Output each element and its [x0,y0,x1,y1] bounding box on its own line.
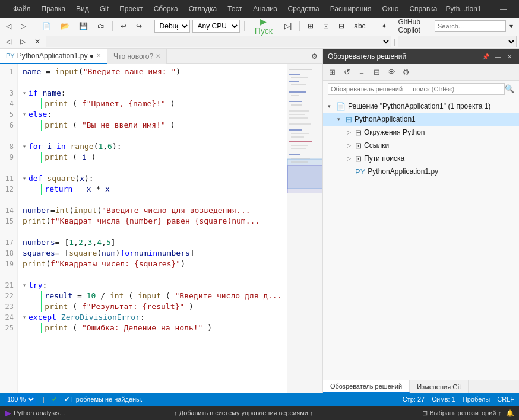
start-button[interactable]: ▶ Пуск [248,15,279,37]
solution-search-button[interactable]: 🔍 [505,84,514,93]
menu-extensions[interactable]: Расширения [325,4,376,14]
toolbar-btn2[interactable]: ⊡ [319,21,333,31]
tab-python-file[interactable]: PY PythonApplication1.py ● ✕ [0,49,107,64]
menu-test[interactable]: Тест [223,4,247,14]
tab-settings-button[interactable]: ⚙ [306,52,322,61]
main-toolbar: ◁ ▷ 📄 📂 💾 🗂 ↩ ↪ Debug Any CPU ▶ Пуск ▷| … [0,18,519,34]
redo-button[interactable]: ↪ [132,21,145,31]
code-line-23: print ( f"Результат: {result}" ) [23,301,282,312]
minimize-button[interactable]: — [490,0,517,18]
forward-button[interactable]: ▷ [17,21,30,31]
sol-refresh-button[interactable]: ↺ [340,66,353,79]
ref-icon: ⊡ [355,141,362,150]
menu-help[interactable]: Справка [404,4,442,14]
code-editor[interactable]: name = input ( "Введите ваше имя: " ) ▾ … [18,64,287,393]
fold-else[interactable]: ▾ [23,109,26,120]
bell-icon[interactable]: 🔔 [506,409,514,417]
sol-tab-git-changes[interactable]: Изменения Git [410,380,469,393]
menu-file[interactable]: Файл [8,4,36,14]
svg-rect-3 [289,74,300,75]
tab-whats-new-close[interactable]: ✕ [156,53,160,59]
code-line-4: print ( f"Привет, {name}!" ) [23,98,282,109]
new-file-button[interactable]: 📄 [39,21,55,31]
fold-if[interactable]: ▾ [23,88,26,98]
menu-git[interactable]: Git [95,4,113,14]
svg-rect-4 [291,77,308,78]
second-toolbar: ◁ ▷ ✕ | [0,34,519,49]
status-problems-label: ✔ Проблемы не найдены. [64,396,143,403]
sol-properties-button[interactable]: ⊞ [325,66,338,79]
sol-collapse-button[interactable]: — [493,52,502,61]
undo-button[interactable]: ↩ [117,21,130,31]
code-line-17: numbers = [ 1 , 2 , 3 , 4 , 5 ] [23,237,282,248]
svg-rect-14 [289,123,311,125]
sol-settings-button[interactable]: ⚙ [400,66,413,79]
solution-root-item[interactable]: ▾ 📄 Решение "PythonApplication1" (1 прое… [323,100,519,113]
menu-debug[interactable]: Отладка [184,4,221,14]
navigation-dropdown[interactable] [46,36,391,47]
open-button[interactable]: 📂 [57,21,73,31]
tab-whats-new[interactable]: Что нового? ✕ [107,49,167,64]
code-line-24: ▾ except ZeroDivisionError : [23,312,282,323]
tab-close-button[interactable]: ✕ [96,52,101,59]
menu-window[interactable]: Окно [377,4,403,14]
pyfile-icon: PY [355,167,365,176]
svg-rect-23 [291,158,310,159]
svg-rect-5 [289,81,299,82]
code-line-18: squares = [ square ( num ) for num in nu… [23,248,282,259]
github-copilot-button[interactable]: ✦ GitHub Copilot [378,17,432,36]
save-all-button[interactable]: 🗂 [94,21,108,31]
zoom-item: 100 % [5,394,36,405]
menu-edit[interactable]: Правка [37,4,71,14]
menu-tools[interactable]: Средства [283,4,324,14]
vcs-button[interactable]: ↑ Добавить в систему управления версиями… [174,409,313,416]
toolbar-btn1[interactable]: ⊞ [304,21,317,31]
py-env-expand: ▷ [347,129,353,135]
toolbar-btn3[interactable]: ⊟ [335,21,348,31]
sol-pin-button[interactable]: 📌 [481,52,490,61]
project-item[interactable]: ▾ ⊞ PythonApplication1 [323,113,519,126]
search-paths-item[interactable]: ▷ ⊡ Пути поиска [323,152,519,165]
fold-try[interactable]: ▾ [23,280,26,291]
step-over-button[interactable]: ▷| [281,21,295,31]
taskbar-center: ↑ Добавить в систему управления версиями… [174,409,313,416]
menu-view[interactable]: Вид [71,4,94,14]
search-options-button[interactable]: ▾ [506,21,517,31]
menu-project[interactable]: Проект [115,4,148,14]
config-select[interactable]: Debug [154,20,190,33]
sol-filter-button[interactable]: ≡ [355,66,368,79]
back-button[interactable]: ◁ [2,21,15,31]
code-line-15: print ( f"Квадрат числа {number} равен {… [23,216,282,227]
svg-rect-7 [289,91,306,93]
tb2-btn1[interactable]: ◁ [2,36,15,47]
menu-build[interactable]: Сборка [149,4,183,14]
code-line-12: return x * x [23,184,282,195]
sol-tab-explorer[interactable]: Обозреватель решений [323,380,410,393]
fold-except[interactable]: ▾ [23,312,26,323]
sol-collapse-all-button[interactable]: ⊟ [370,66,383,79]
cpu-select[interactable]: Any CPU [192,20,240,33]
save-button[interactable]: 💾 [75,21,91,31]
member-dropdown[interactable] [398,36,517,47]
editor-tab-bar: PY PythonApplication1.py ● ✕ Что нового?… [0,49,322,64]
repo-button[interactable]: ⊞ Выбрать репозиторий ↑ [422,409,501,417]
toolbar-btn4[interactable]: abc [350,21,369,31]
references-item[interactable]: ▷ ⊡ Ссылки [323,139,519,152]
project-icon: ⊞ [346,115,352,124]
python-file-item[interactable]: PY PythonApplication1.py [323,165,519,178]
svg-rect-17 [291,136,304,138]
line-numbers: 1 3 4 5 6 8 9 11 12 14 15 17 18 19 [0,64,18,393]
python-environments-item[interactable]: ▷ ⊟ Окружения Python [323,126,519,139]
fold-for[interactable]: ▾ [23,141,26,152]
maximize-button[interactable]: □ [517,0,520,18]
solution-search-input[interactable] [328,83,505,95]
menu-analyze[interactable]: Анализ [248,4,282,14]
sol-close-button[interactable]: ✕ [505,52,514,61]
sol-show-all-button[interactable]: 👁 [385,66,398,79]
tb2-btn3[interactable]: ✕ [31,36,44,47]
global-search-input[interactable] [435,20,506,32]
sep4 [244,21,245,31]
fold-def[interactable]: ▾ [23,173,26,184]
tb2-btn2[interactable]: ▷ [17,36,29,47]
zoom-select[interactable]: 100 % [5,394,36,405]
